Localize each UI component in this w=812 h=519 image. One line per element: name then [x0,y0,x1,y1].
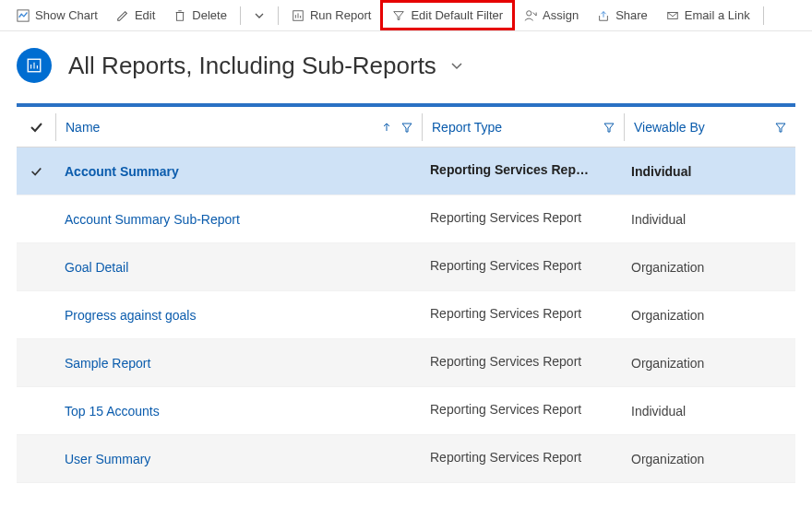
delete-button[interactable]: Delete [164,5,236,26]
table-row[interactable]: Goal DetailReporting Services ReportOrga… [17,243,795,291]
cell-name: User Summary [55,435,421,482]
cell-viewable: Individual [622,404,795,419]
assign-icon [524,9,537,22]
filter-icon [603,122,615,133]
grid-body: Account SummaryReporting Services Rep…In… [17,147,795,483]
separator [278,6,279,25]
cell-name: Sample Report [55,339,421,386]
grid-header: Name Report Type Viewable By [17,107,795,147]
chart-icon [17,9,30,22]
share-icon [597,9,610,22]
table-row[interactable]: Sample ReportReporting Services ReportOr… [17,339,795,387]
cell-viewable: Organization [622,308,795,323]
table-row[interactable]: User SummaryReporting Services ReportOrg… [17,435,795,483]
cell-viewable: Organization [622,260,795,275]
show-chart-button[interactable]: Show Chart [7,5,107,26]
chevron-down-icon [254,10,265,21]
table-row[interactable]: Progress against goalsReporting Services… [17,291,795,339]
column-header-viewable[interactable]: Viewable By [625,107,795,147]
cell-type: Reporting Services Report [421,210,622,228]
cell-type: Reporting Services Report [421,306,622,324]
svg-marker-20 [604,124,614,132]
delete-dropdown[interactable] [245,6,274,25]
filter-icon [775,122,786,133]
report-name-link[interactable]: Account Summary Sub-Report [65,212,240,227]
report-name-link[interactable]: Account Summary [65,164,179,179]
edit-default-filter-button[interactable]: Edit Default Filter [380,0,515,30]
delete-label: Delete [192,8,227,22]
check-icon [29,120,43,135]
assign-button[interactable]: Assign [515,5,588,26]
select-all-header[interactable] [17,120,55,135]
email-link-button[interactable]: Email a Link [657,5,759,26]
report-type-text: Reporting Services Report [430,258,581,273]
svg-marker-21 [776,124,785,132]
viewable-by-text: Individual [631,212,686,227]
cell-name: Account Summary Sub-Report [55,195,421,242]
trash-icon [173,9,186,22]
svg-line-10 [533,12,537,16]
email-icon [666,9,679,22]
cell-name: Top 15 Accounts [55,387,421,434]
report-name-link[interactable]: User Summary [65,452,150,466]
cell-type: Reporting Services Report [421,354,622,372]
viewable-by-text: Organization [631,452,704,466]
svg-rect-1 [177,12,184,20]
svg-marker-19 [402,124,412,132]
separator [763,6,764,25]
viewable-by-text: Organization [631,308,704,323]
column-type-label: Report Type [432,120,502,135]
svg-point-9 [527,10,531,15]
table-row[interactable]: Account Summary Sub-ReportReporting Serv… [17,195,795,243]
report-icon [292,9,304,22]
cell-name: Goal Detail [55,243,421,290]
edit-button[interactable]: Edit [107,5,164,26]
viewable-by-text: Individual [631,164,691,179]
report-type-text: Reporting Services Report [430,210,581,225]
cell-name: Account Summary [55,147,421,195]
show-chart-label: Show Chart [35,8,98,22]
cell-viewable: Individual [622,212,795,227]
chevron-down-icon [449,58,464,73]
share-button[interactable]: Share [588,5,657,26]
view-header: All Reports, Including Sub-Reports [0,31,812,103]
column-header-name[interactable]: Name [56,107,422,147]
svg-marker-8 [394,11,404,19]
report-type-text: Reporting Services Rep… [430,162,589,177]
run-report-button[interactable]: Run Report [282,5,380,26]
entity-icon [17,48,52,83]
report-type-text: Reporting Services Report [430,450,581,465]
edit-label: Edit [135,8,155,22]
cell-viewable: Organization [622,356,795,371]
row-check[interactable] [17,165,55,178]
share-label: Share [615,8,648,22]
column-header-type[interactable]: Report Type [423,107,624,147]
filter-icon [401,122,412,133]
column-viewable-label: Viewable By [634,120,705,135]
report-type-text: Reporting Services Report [430,402,581,417]
filter-edit-icon [392,9,405,22]
cell-name: Progress against goals [55,291,421,338]
column-name-label: Name [66,120,100,135]
cell-type: Reporting Services Report [421,450,622,467]
viewable-by-text: Organization [631,260,704,275]
report-name-link[interactable]: Goal Detail [65,260,128,275]
check-icon [30,165,42,178]
view-selector[interactable]: All Reports, Including Sub-Reports [68,52,464,80]
report-entity-icon [26,57,42,74]
viewable-by-text: Organization [631,356,704,371]
table-row[interactable]: Account SummaryReporting Services Rep…In… [17,147,795,195]
assign-label: Assign [543,8,579,22]
command-bar: Show Chart Edit Delete Run Report Edit D… [0,0,812,31]
edit-default-filter-label: Edit Default Filter [411,8,503,22]
cell-viewable: Organization [622,452,795,466]
run-report-label: Run Report [310,8,371,22]
sort-asc-icon [381,122,392,133]
report-name-link[interactable]: Top 15 Accounts [65,404,160,419]
pencil-icon [116,9,129,22]
report-name-link[interactable]: Progress against goals [65,308,196,323]
email-link-label: Email a Link [685,8,750,22]
table-row[interactable]: Top 15 AccountsReporting Services Report… [17,387,795,435]
cell-type: Reporting Services Report [421,402,622,419]
report-name-link[interactable]: Sample Report [65,356,150,371]
